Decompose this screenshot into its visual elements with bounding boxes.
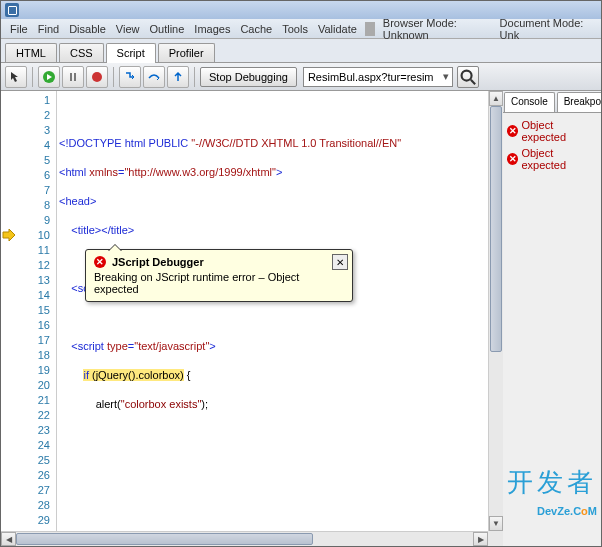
menu-find[interactable]: Find [33, 21, 64, 37]
tab-html[interactable]: HTML [5, 43, 57, 62]
menu-cache[interactable]: Cache [235, 21, 277, 37]
tooltip-title: JScript Debugger [112, 256, 204, 268]
svg-line-5 [471, 79, 475, 83]
menu-tools[interactable]: Tools [277, 21, 313, 37]
file-selector-combo[interactable]: ResimBul.aspx?tur=resim [303, 67, 453, 87]
error-icon: ✕ [507, 125, 518, 137]
menu-bar: File Find Disable View Outline Images Ca… [1, 19, 601, 39]
scroll-corner [488, 531, 503, 546]
current-line-arrow-icon [2, 228, 16, 242]
tab-profiler[interactable]: Profiler [158, 43, 215, 62]
toolbar-separator [194, 67, 195, 87]
side-panel: Console Breakpo ✕Object expected ✕Object… [503, 91, 601, 546]
scroll-up-arrow-icon[interactable]: ▲ [489, 91, 503, 106]
debug-toolbar: Stop Debugging ResimBul.aspx?tur=resim [1, 63, 601, 91]
svg-rect-2 [74, 73, 76, 81]
search-button[interactable] [457, 66, 479, 88]
error-icon: ✕ [507, 153, 518, 165]
tab-breakpoints[interactable]: Breakpo [557, 92, 602, 112]
scroll-down-arrow-icon[interactable]: ▼ [489, 516, 503, 531]
scroll-thumb[interactable] [16, 533, 313, 545]
pause-button[interactable] [62, 66, 84, 88]
menu-document-mode[interactable]: Document Mode: Unk [495, 15, 597, 43]
tab-css[interactable]: CSS [59, 43, 104, 62]
scroll-thumb[interactable] [490, 106, 502, 352]
error-text: Object expected [521, 119, 597, 143]
main-area: 1234567891011121314151617181920212223242… [1, 91, 601, 546]
menu-separator [365, 22, 375, 36]
menu-validate[interactable]: Validate [313, 21, 362, 37]
source-code[interactable]: <!DOCTYPE html PUBLIC "-//W3C//DTD XHTML… [57, 91, 503, 546]
error-text: Object expected [521, 147, 597, 171]
step-into-button[interactable] [119, 66, 141, 88]
step-out-button[interactable] [167, 66, 189, 88]
menu-outline[interactable]: Outline [144, 21, 189, 37]
tooltip-message: Breaking on JScript runtime error – Obje… [94, 271, 344, 295]
stop-debugging-button[interactable]: Stop Debugging [200, 67, 297, 87]
play-button[interactable] [38, 66, 60, 88]
menu-images[interactable]: Images [189, 21, 235, 37]
vertical-scrollbar[interactable]: ▲ ▼ [488, 91, 503, 531]
toolbar-separator [32, 67, 33, 87]
menu-disable[interactable]: Disable [64, 21, 111, 37]
scroll-left-arrow-icon[interactable]: ◀ [1, 532, 16, 546]
menu-browser-mode[interactable]: Browser Mode: Unknown [378, 15, 495, 43]
tab-script[interactable]: Script [106, 43, 156, 63]
error-list: ✕Object expected ✕Object expected [503, 113, 601, 177]
step-over-button[interactable] [143, 66, 165, 88]
line-number-gutter: 1234567891011121314151617181920212223242… [17, 91, 57, 546]
horizontal-scrollbar[interactable]: ◀ ▶ [1, 531, 488, 546]
select-element-button[interactable] [5, 66, 27, 88]
side-tabs: Console Breakpo [503, 91, 601, 113]
menu-view[interactable]: View [111, 21, 145, 37]
error-item[interactable]: ✕Object expected [505, 145, 599, 173]
code-region: 1234567891011121314151617181920212223242… [1, 91, 503, 546]
break-all-button[interactable] [86, 66, 108, 88]
debugger-tooltip: ✕ ✕JScript Debugger Breaking on JScript … [85, 249, 353, 302]
svg-rect-1 [70, 73, 72, 81]
error-icon: ✕ [94, 256, 106, 268]
svg-point-3 [92, 72, 102, 82]
scroll-right-arrow-icon[interactable]: ▶ [473, 532, 488, 546]
main-tabs: HTML CSS Script Profiler [1, 39, 601, 63]
svg-point-4 [461, 70, 471, 80]
error-item[interactable]: ✕Object expected [505, 117, 599, 145]
app-icon [5, 3, 19, 17]
close-icon[interactable]: ✕ [332, 254, 348, 270]
combo-value: ResimBul.aspx?tur=resim [308, 71, 434, 83]
toolbar-separator [113, 67, 114, 87]
menu-file[interactable]: File [5, 21, 33, 37]
breakpoint-margin[interactable] [1, 91, 17, 546]
tab-console[interactable]: Console [504, 92, 555, 112]
